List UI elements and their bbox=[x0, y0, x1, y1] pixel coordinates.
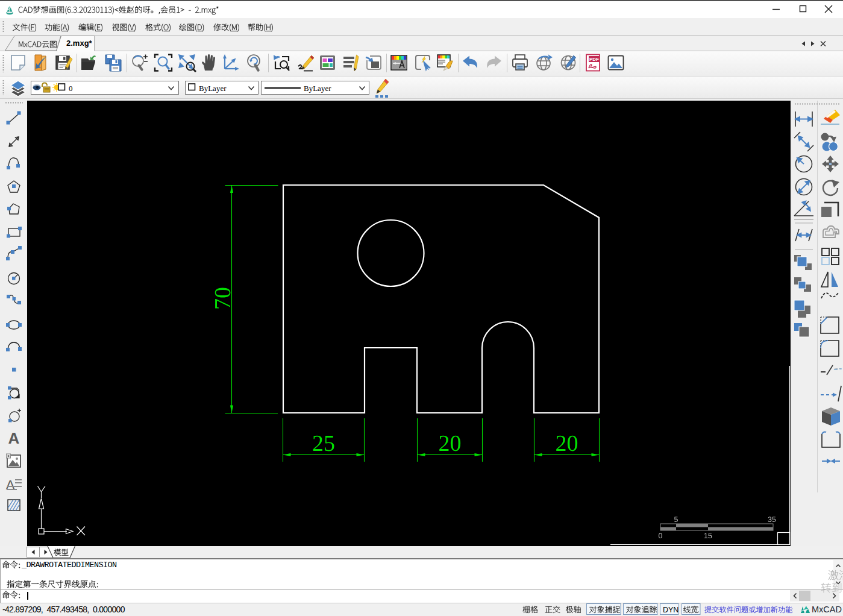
svg-text:PDF: PDF bbox=[589, 57, 599, 62]
svg-text:A: A bbox=[6, 477, 15, 492]
svg-text:A: A bbox=[8, 429, 20, 447]
